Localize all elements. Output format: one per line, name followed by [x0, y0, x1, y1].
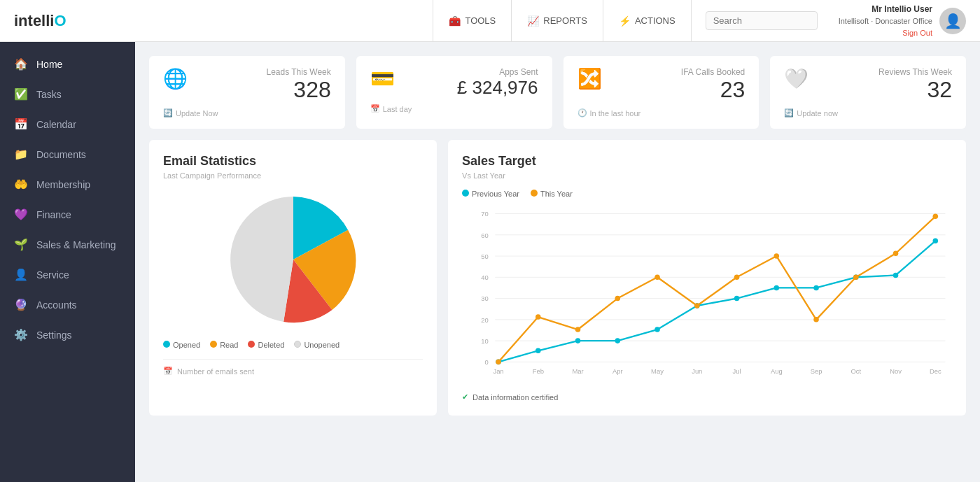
svg-text:Nov: Nov	[890, 367, 902, 375]
reviews-icon: 🤍	[784, 67, 808, 90]
user-company: Intellisoft	[839, 17, 869, 25]
chart-legend: Previous Year This Year	[462, 190, 952, 198]
legend-opened: Opened	[163, 341, 200, 349]
stat-card-leads: 🌐 Leads This Week 328 🔄 Update Now	[149, 56, 345, 129]
sidebar-item-service[interactable]: 👤Service	[0, 260, 135, 290]
sidebar-label: Tasks	[36, 89, 62, 100]
svg-text:Oct: Oct	[851, 367, 862, 375]
stat-card-apps: 💳 Apps Sent £ 324,976 📅 Last day	[356, 56, 552, 129]
leads-footer: 🔄 Update Now	[163, 108, 331, 118]
sidebar-icon: 📁	[14, 148, 28, 161]
calls-label: IFA Calls Booked	[681, 67, 745, 77]
stat-cards-row: 🌐 Leads This Week 328 🔄 Update Now 💳 App…	[149, 56, 966, 129]
sidebar-item-calendar[interactable]: 📅Calendar	[0, 109, 135, 139]
chart-footer: ✔ Data information certified	[462, 392, 952, 402]
svg-point-31	[615, 338, 621, 343]
svg-point-45	[694, 303, 700, 309]
nav-actions[interactable]: ⚡ ACTIONS	[603, 0, 692, 42]
apps-footer: 📅 Last day	[370, 104, 538, 113]
sidebar-label: Finance	[36, 209, 71, 220]
sidebar-label: Documents	[36, 149, 86, 160]
sidebar-item-documents[interactable]: 📁Documents	[0, 139, 135, 169]
svg-point-40	[496, 360, 501, 365]
svg-point-41	[536, 314, 541, 320]
sidebar-icon: ⚙️	[14, 328, 28, 341]
svg-point-39	[933, 238, 939, 243]
refresh2-icon: 🔄	[784, 108, 794, 118]
chart-footer-text: Data information certified	[472, 393, 558, 402]
sidebar-label: Settings	[36, 329, 72, 341]
svg-point-47	[774, 253, 780, 259]
logo[interactable]: intelliO	[14, 12, 66, 30]
svg-point-34	[734, 296, 740, 302]
user-info: Mr Intellio User Intellisoft · Doncaster…	[839, 3, 932, 38]
sales-target-card: Sales Target Vs Last Year Previous Year …	[448, 140, 966, 416]
apps-value: £ 324,976	[457, 77, 538, 99]
email-stats-title: Email Statistics	[163, 154, 423, 169]
sidebar-item-accounts[interactable]: 🔮Accounts	[0, 290, 135, 320]
legend-read: Read	[210, 341, 238, 349]
svg-point-51	[933, 213, 939, 219]
sidebar-label: Calendar	[36, 119, 76, 130]
nav-tools[interactable]: 🧰 TOOLS	[433, 0, 512, 42]
leads-value: 328	[266, 77, 330, 103]
svg-text:Mar: Mar	[572, 367, 583, 375]
user-area: Mr Intellio User Intellisoft · Doncaster…	[839, 3, 966, 38]
svg-point-46	[734, 275, 740, 281]
sidebar-item-finance[interactable]: 💜Finance	[0, 199, 135, 229]
sidebar-item-salesmarketing[interactable]: 🌱Sales & Marketing	[0, 229, 135, 260]
tools-icon: 🧰	[449, 15, 461, 27]
check-icon: ✔	[462, 392, 468, 402]
top-navigation: intelliO 🧰 TOOLS 📈 REPORTS ⚡ ACTIONS Mr …	[0, 0, 980, 42]
line-chart: 0 10 20 30 40 50 60 70 Jan Feb Mar Apr M…	[462, 202, 952, 384]
sales-title: Sales Target	[462, 154, 952, 169]
svg-point-36	[813, 285, 819, 291]
sidebar-label: Membership	[36, 179, 90, 190]
actions-label: ACTIONS	[635, 15, 676, 26]
pie-footer: 📅 Number of emails sent	[163, 359, 423, 376]
pie-footer-text: Number of emails sent	[177, 367, 254, 376]
sidebar-item-home[interactable]: 🏠Home	[0, 49, 135, 79]
sidebar-icon: 👤	[14, 268, 28, 281]
sidebar-label: Accounts	[36, 299, 77, 311]
user-name: Mr Intellio User	[839, 3, 932, 15]
leads-footer-text[interactable]: Update Now	[176, 109, 218, 118]
search-input[interactable]	[706, 11, 818, 30]
svg-text:Aug: Aug	[771, 367, 783, 375]
apps-icon: 💳	[370, 67, 395, 90]
sidebar-label: Home	[36, 59, 62, 70]
stat-card-reviews: 🤍 Reviews This Week 32 🔄 Update now	[770, 56, 966, 129]
reviews-value: 32	[878, 77, 952, 103]
sidebar-icon: ✅	[14, 87, 28, 101]
pie-legend: Opened Read Deleted Unopened	[163, 341, 423, 349]
sidebar-item-membership[interactable]: 🤲Membership	[0, 169, 135, 199]
reviews-footer: 🔄 Update now	[784, 108, 952, 118]
avatar: 👤	[939, 8, 966, 34]
logo-accent: O	[54, 12, 66, 29]
sidebar-icon: 🏠	[14, 57, 28, 71]
sidebar-icon: 🤲	[14, 178, 28, 191]
svg-text:40: 40	[481, 274, 489, 281]
svg-text:20: 20	[481, 316, 489, 324]
main-layout: 🏠Home✅Tasks📅Calendar📁Documents🤲Membershi…	[0, 42, 980, 482]
reviews-footer-text[interactable]: Update now	[797, 109, 838, 118]
bottom-section: Email Statistics Last Campaign Performan…	[149, 140, 966, 416]
svg-text:30: 30	[481, 295, 489, 302]
svg-point-35	[774, 285, 780, 291]
pie-chart	[223, 190, 363, 329]
user-company-location: Intellisoft · Doncaster Office	[839, 15, 932, 27]
sidebar-icon: 🌱	[14, 238, 28, 251]
svg-text:Jul: Jul	[733, 367, 741, 375]
signout-link[interactable]: Sign Out	[839, 27, 932, 39]
svg-point-43	[615, 296, 621, 302]
sidebar-item-settings[interactable]: ⚙️Settings	[0, 320, 135, 350]
sidebar-label: Sales & Marketing	[36, 239, 116, 250]
leads-label: Leads This Week	[266, 67, 330, 77]
sidebar-item-tasks[interactable]: ✅Tasks	[0, 79, 135, 109]
email-stats-subtitle: Last Campaign Performance	[163, 171, 423, 180]
nav-reports[interactable]: 📈 REPORTS	[512, 0, 603, 42]
email-stats-card: Email Statistics Last Campaign Performan…	[149, 140, 437, 416]
leads-icon: 🌐	[163, 67, 188, 90]
legend-unopened: Unopened	[294, 341, 340, 349]
apps-label: Apps Sent	[457, 67, 538, 77]
